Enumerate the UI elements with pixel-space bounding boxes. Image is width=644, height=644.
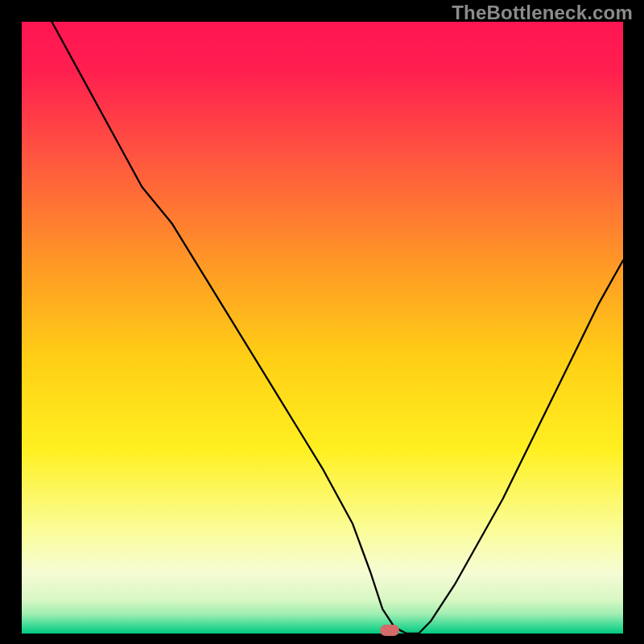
plot-area [22, 22, 623, 634]
chart-frame: TheBottleneck.com [0, 0, 644, 644]
watermark-text: TheBottleneck.com [452, 2, 633, 24]
optimal-marker [380, 625, 399, 636]
gradient-background [22, 22, 623, 634]
bottleneck-curve [22, 22, 623, 634]
